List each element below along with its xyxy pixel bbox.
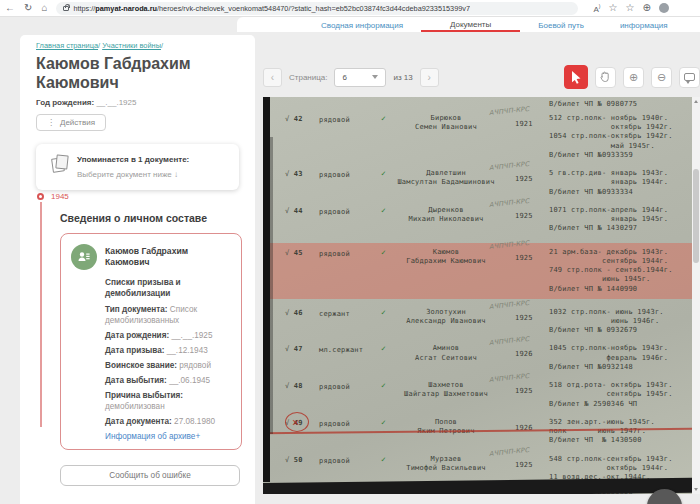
row-number: 50: [285, 455, 319, 464]
page-select-value: 6: [342, 73, 346, 82]
browser-profile-avatar[interactable]: [659, 3, 669, 13]
row-name: Золотухин Александр ИвановичАЧПЧП-КРС: [377, 308, 515, 326]
red-circle-mark: [285, 412, 309, 432]
row-birth-year: 1925: [515, 455, 549, 469]
card-fields: Тип документа: Список демобилизованных Д…: [105, 305, 233, 427]
scan-table-row: 43 рядовой Давлетшин Шамсултан Бадамшино…: [273, 169, 688, 197]
next-page-button[interactable]: ›: [420, 68, 439, 87]
site-tab-bar: Сводная информация Документы Боевой путь…: [237, 17, 700, 32]
scan-table-row: 49 рядовой Попов Яким Петрович 1926 352 …: [273, 418, 688, 446]
card-doc-category: Списки призыва и демобилизации: [105, 277, 225, 299]
report-error-button[interactable]: Сообщить об ошибке: [60, 465, 240, 486]
cursor-arrow-icon: [571, 71, 582, 84]
row-birth-year: 1925: [515, 381, 549, 395]
row-name: Попов Яким Петрович: [377, 418, 515, 436]
viewer-toolbar: ‹ Страница: 6 из 13 › ⊕ ⊖: [263, 61, 700, 93]
comment-tool-button[interactable]: [679, 67, 700, 88]
card-field: Дата выбытия: __.06.1945: [105, 376, 243, 387]
row-number: 43: [285, 169, 319, 178]
breadcrumb-participants-link[interactable]: Участники войны: [102, 41, 161, 50]
person-avatar-icon: [71, 244, 97, 270]
row-rank: рядовой: [319, 455, 377, 465]
page-select[interactable]: 6: [334, 68, 386, 87]
scan-table-row: 42 рядовой Бирюков Семен ИвановичАЧПЧП-К…: [273, 114, 688, 160]
address-bar[interactable]: https://pamyat-naroda.ru/heroes/rvk-chel…: [56, 2, 578, 15]
scan-top-partial-line: В/билет ЧП № 0980775: [549, 100, 688, 108]
scan-table-row: 45 рядовой Каюмов Габдрахим КаюмовичАЧПЧ…: [263, 243, 692, 299]
pan-tool-button[interactable]: [595, 67, 616, 88]
select-tool-button[interactable]: [564, 65, 588, 89]
row-service-record: 21 арм.база- декабрь 1943г. сентябрь 194…: [549, 248, 692, 294]
documents-icon: [52, 155, 66, 171]
row-service-record: 512 стр.полк- ноябрь 1940г. октябрь 1942…: [549, 114, 688, 160]
row-birth-year: 1926: [515, 344, 549, 358]
row-birth-year: 1925: [515, 169, 549, 183]
row-number: 44: [285, 206, 319, 215]
card-field: Дата призыва: __.12.1943: [105, 346, 243, 357]
scan-page-edge-shadow: [270, 137, 273, 434]
row-rank: рядовой: [319, 169, 377, 179]
row-birth-year: 1921: [515, 114, 549, 128]
tab-summary[interactable]: Сводная информация: [303, 17, 421, 32]
row-rank: рядовой: [319, 418, 377, 428]
row-birth-year: 1925: [515, 206, 549, 220]
row-name: Шахметов Шайгатар ШахметовичАЧПЧП-КРС: [377, 381, 515, 399]
card-field: Тип документа: Список демобилизованных: [105, 305, 243, 326]
zoom-out-button[interactable]: ⊖: [651, 67, 672, 88]
scan-table-row: 44 рядовой Дыренков Михаил НиколаевичАЧП…: [273, 206, 688, 234]
browser-toolbar: ← ↻ ⌂ https://pamyat-naroda.ru/heroes/rv…: [0, 0, 700, 17]
row-number: 42: [285, 114, 319, 123]
row-number: 48: [285, 381, 319, 390]
row-name: Мурзаев Тимофей ВасильевичАЧПЧП-КРС: [377, 455, 515, 473]
read-aloud-icon[interactable]: A): [593, 1, 600, 15]
row-number: 46: [285, 308, 319, 317]
row-birth-year: 1925: [515, 308, 549, 322]
prev-page-button[interactable]: ‹: [263, 68, 282, 87]
breadcrumb-home-link[interactable]: Главная страница: [36, 41, 98, 50]
archive-info-link[interactable]: Информация об архиве+: [105, 432, 233, 441]
tab-additional-info[interactable]: информация: [602, 17, 686, 32]
row-service-record: 5 гв.стр.див- январь 1943г. январь 1944г…: [549, 169, 688, 197]
home-icon[interactable]: ⌂: [41, 3, 47, 13]
actions-button[interactable]: Действия: [36, 114, 106, 131]
row-birth-year: 1925: [515, 248, 549, 262]
tab-documents[interactable]: Документы: [421, 17, 520, 32]
collections-icon[interactable]: ☆: [625, 3, 634, 13]
page-label: Страница:: [289, 73, 327, 82]
row-rank: рядовой: [319, 114, 377, 124]
page-title: Каюмов Габдрахим Каюмович: [36, 55, 216, 93]
browser-extensions-icon[interactable]: ⊕: [642, 3, 650, 13]
row-name: Дыренков Михаил НиколаевичАЧПЧП-КРС: [377, 206, 515, 224]
back-icon[interactable]: ←: [5, 3, 15, 13]
document-scan-viewport[interactable]: В/билет ЧП № 0980775 42 рядовой Бирюков …: [263, 97, 692, 494]
zoom-in-button[interactable]: ⊕: [623, 67, 644, 88]
row-rank: сержант: [319, 308, 377, 318]
browser-actions: A) ☆ ☆ ⊕: [593, 1, 668, 15]
scrollbar-thumb[interactable]: [693, 169, 699, 263]
row-rank: рядовой: [319, 381, 377, 391]
card-person-name: Каюмов Габдрахим Каюмович: [105, 244, 233, 270]
birth-year-row: Год рождения: __.__.1925: [36, 98, 239, 107]
row-name: Аминов Асгат СеитовичАЧПЧП-КРС: [377, 344, 515, 362]
row-rank: рядовой: [319, 206, 377, 216]
row-number: 45: [285, 248, 319, 257]
row-name: Каюмов Габдрахим КаюмовичАЧПЧП-КРС: [377, 248, 515, 266]
refresh-icon[interactable]: ↻: [24, 3, 32, 13]
row-name: Бирюков Семен ИвановичАЧПЧП-КРС: [377, 114, 515, 132]
tab-combat-path[interactable]: Боевой путь: [520, 17, 602, 32]
scan-page-edge-left: [263, 97, 270, 482]
row-rank: рядовой: [319, 248, 377, 258]
hand-icon: [600, 71, 611, 83]
section-title: Сведения о личном составе: [60, 212, 239, 224]
scroll-up-icon[interactable]: [692, 97, 700, 106]
scroll-down-icon[interactable]: [692, 485, 700, 494]
favorites-icon[interactable]: ☆: [608, 3, 617, 13]
person-panel: Главная страница/ Участники войны/ Каюмо…: [20, 35, 255, 504]
timeline-dot: [37, 193, 44, 200]
document-card-selected[interactable]: Каюмов Габдрахим Каюмович Списки призыва…: [60, 233, 242, 450]
scan-table-row: 47 мл.сержант Аминов Асгат СеитовичАЧПЧП…: [273, 344, 688, 372]
timeline-year: 1945: [51, 192, 69, 201]
row-birth-year: 1926: [515, 418, 549, 432]
lock-icon: [63, 6, 69, 11]
viewer-scrollbar[interactable]: [692, 97, 700, 494]
